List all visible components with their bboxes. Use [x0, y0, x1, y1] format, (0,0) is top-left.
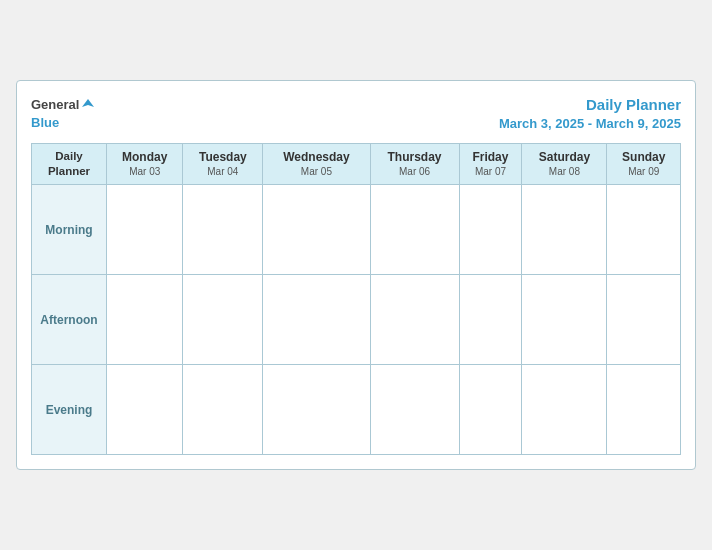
- title-area: Daily Planner March 3, 2025 - March 9, 2…: [499, 95, 681, 133]
- planner-title: Daily Planner: [586, 96, 681, 113]
- cell-evening-tuesday[interactable]: [183, 365, 263, 455]
- cell-afternoon-sunday[interactable]: [607, 275, 681, 365]
- svg-marker-0: [82, 99, 94, 107]
- day-date: Mar 04: [186, 165, 259, 178]
- cell-morning-monday[interactable]: [107, 185, 183, 275]
- table-row-morning: Morning: [32, 185, 681, 275]
- planner-container: General Blue Daily Planner March 3, 2025…: [16, 80, 696, 470]
- logo-blue: Blue: [31, 115, 59, 130]
- col-header-thursday: ThursdayMar 06: [370, 144, 459, 185]
- cell-afternoon-thursday[interactable]: [370, 275, 459, 365]
- cell-evening-friday[interactable]: [459, 365, 522, 455]
- day-date: Mar 08: [525, 165, 603, 178]
- logo: General Blue: [31, 95, 96, 131]
- day-name: Thursday: [374, 150, 456, 166]
- col-header-friday: FridayMar 07: [459, 144, 522, 185]
- time-label-afternoon: Afternoon: [32, 275, 107, 365]
- cell-evening-sunday[interactable]: [607, 365, 681, 455]
- cell-afternoon-friday[interactable]: [459, 275, 522, 365]
- day-date: Mar 09: [610, 165, 677, 178]
- cell-afternoon-wednesday[interactable]: [263, 275, 370, 365]
- planner-table: Daily Planner MondayMar 03TuesdayMar 04W…: [31, 143, 681, 455]
- col-header-sunday: SundayMar 09: [607, 144, 681, 185]
- logo-bird-icon: [80, 97, 96, 113]
- day-date: Mar 05: [266, 165, 366, 178]
- corner-top: Daily: [35, 149, 103, 164]
- cell-morning-saturday[interactable]: [522, 185, 607, 275]
- logo-area: General Blue: [31, 95, 96, 131]
- day-date: Mar 07: [463, 165, 519, 178]
- day-name: Friday: [463, 150, 519, 166]
- cell-afternoon-saturday[interactable]: [522, 275, 607, 365]
- col-header-tuesday: TuesdayMar 04: [183, 144, 263, 185]
- table-row-evening: Evening: [32, 365, 681, 455]
- day-date: Mar 06: [374, 165, 456, 178]
- header: General Blue Daily Planner March 3, 2025…: [31, 95, 681, 133]
- cell-morning-friday[interactable]: [459, 185, 522, 275]
- col-header-wednesday: WednesdayMar 05: [263, 144, 370, 185]
- cell-afternoon-tuesday[interactable]: [183, 275, 263, 365]
- day-name: Monday: [110, 150, 179, 166]
- day-date: Mar 03: [110, 165, 179, 178]
- time-label-evening: Evening: [32, 365, 107, 455]
- day-name: Saturday: [525, 150, 603, 166]
- time-label-morning: Morning: [32, 185, 107, 275]
- cell-evening-wednesday[interactable]: [263, 365, 370, 455]
- cell-morning-wednesday[interactable]: [263, 185, 370, 275]
- cell-evening-monday[interactable]: [107, 365, 183, 455]
- col-header-monday: MondayMar 03: [107, 144, 183, 185]
- cell-morning-tuesday[interactable]: [183, 185, 263, 275]
- day-name: Wednesday: [266, 150, 366, 166]
- cell-morning-thursday[interactable]: [370, 185, 459, 275]
- cell-evening-thursday[interactable]: [370, 365, 459, 455]
- cell-morning-sunday[interactable]: [607, 185, 681, 275]
- table-row-afternoon: Afternoon: [32, 275, 681, 365]
- corner-bottom: Planner: [35, 164, 103, 179]
- day-name: Sunday: [610, 150, 677, 166]
- day-name: Tuesday: [186, 150, 259, 166]
- logo-general: General: [31, 97, 79, 112]
- date-range: March 3, 2025 - March 9, 2025: [499, 116, 681, 131]
- cell-evening-saturday[interactable]: [522, 365, 607, 455]
- table-header-row: Daily Planner MondayMar 03TuesdayMar 04W…: [32, 144, 681, 185]
- corner-cell: Daily Planner: [32, 144, 107, 185]
- col-header-saturday: SaturdayMar 08: [522, 144, 607, 185]
- cell-afternoon-monday[interactable]: [107, 275, 183, 365]
